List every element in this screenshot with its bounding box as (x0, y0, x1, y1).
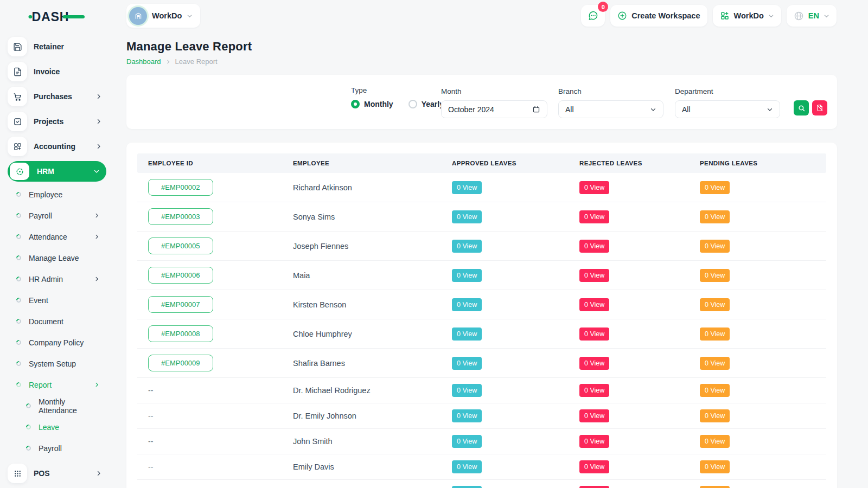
employee-id-badge[interactable]: #EMP00007 (148, 296, 213, 313)
month-input[interactable]: October 2024 (441, 100, 547, 118)
sidebar-item-projects[interactable]: Projects (0, 109, 114, 134)
pending-view-button[interactable]: 0 View (700, 409, 730, 422)
calendar-icon (532, 105, 540, 113)
pending-view-button[interactable]: 0 View (700, 435, 730, 448)
dash-logo-icon: DASH (28, 9, 86, 25)
pending-view-button[interactable]: 0 View (700, 181, 730, 194)
employee-id-badge[interactable]: #EMP00002 (148, 179, 213, 196)
rejected-view-button[interactable]: 0 View (579, 357, 609, 370)
sidebar-item-invoice[interactable]: Invoice (0, 59, 114, 84)
sidebar-item-attendance[interactable]: Attendance (0, 226, 114, 247)
sidebar-item-company-policy[interactable]: Company Policy (0, 332, 114, 353)
rejected-view-button[interactable]: 0 View (579, 409, 609, 422)
pending-view-button[interactable]: 0 View (700, 269, 730, 282)
sidebar-item-employee[interactable]: Employee (0, 184, 114, 205)
sidebar-item-label: Purchases (34, 92, 95, 101)
pending-view-button[interactable]: 0 View (700, 460, 730, 473)
sidebar-item-report[interactable]: Report (0, 374, 114, 395)
chevron-down-icon (187, 13, 193, 19)
approved-view-button[interactable]: 0 View (452, 240, 482, 253)
sidebar-item-retainer[interactable]: Retainer (0, 34, 114, 59)
employee-id-badge[interactable]: #EMP00003 (148, 208, 213, 225)
approved-view-button[interactable]: 0 View (452, 384, 482, 397)
rejected-view-button[interactable]: 0 View (579, 240, 609, 253)
chevron-down-icon (767, 106, 773, 113)
radio-yearly[interactable]: Yearly (409, 100, 444, 108)
approved-view-button[interactable]: 0 View (452, 210, 482, 223)
search-button[interactable] (794, 100, 809, 115)
pending-view-button[interactable]: 0 View (700, 384, 730, 397)
radio-icon (351, 100, 360, 108)
approved-view-button[interactable]: 0 View (452, 298, 482, 311)
sidebar-item-payroll[interactable]: Payroll (0, 205, 114, 226)
rejected-view-button[interactable]: 0 View (579, 486, 609, 488)
sidebar-item-hr-admin[interactable]: HR Admin (0, 268, 114, 290)
sidebar-item-monthly-attendance[interactable]: Monthly Attendance (0, 395, 114, 416)
rejected-view-button[interactable]: 0 View (579, 435, 609, 448)
department-select[interactable]: All (675, 100, 780, 118)
table-row: #EMP00007 Kirsten Benson 0 View 0 View 0… (137, 290, 826, 319)
bullet-icon (15, 254, 22, 261)
pending-view-button[interactable]: 0 View (700, 328, 730, 341)
rejected-view-button[interactable]: 0 View (579, 181, 609, 194)
approved-view-button[interactable]: 0 View (452, 328, 482, 341)
pending-view-button[interactable]: 0 View (700, 240, 730, 253)
approved-view-button[interactable]: 0 View (452, 269, 482, 282)
branch-select[interactable]: All (558, 100, 663, 118)
sidebar-item-manage-leave[interactable]: Manage Leave (0, 247, 114, 268)
rejected-view-button[interactable]: 0 View (579, 384, 609, 397)
messages-button[interactable]: 0 (581, 5, 605, 27)
approved-view-button[interactable]: 0 View (452, 435, 482, 448)
sidebar-item-event[interactable]: Event (0, 290, 114, 311)
sidebar-item-document[interactable]: Document (0, 311, 114, 332)
cart-icon (8, 87, 27, 106)
chevron-right-icon (95, 93, 102, 100)
approved-view-button[interactable]: 0 View (452, 181, 482, 194)
reset-filter-button[interactable] (812, 100, 827, 115)
employee-id-plain: -- (148, 463, 153, 471)
employee-name: Dr. Michael Rodriguez (282, 386, 441, 395)
approved-view-button[interactable]: 0 View (452, 409, 482, 422)
sidebar-item-system-setup[interactable]: System Setup (0, 353, 114, 374)
employee-name: John Smith (282, 437, 441, 446)
workdo-menu-button[interactable]: WorkDo (713, 5, 781, 27)
sidebar-item-leave-report[interactable]: Leave (0, 416, 114, 438)
sidebar-menu: Retainer Invoice Purchases Projects (0, 33, 114, 486)
sidebar-item-pos[interactable]: POS (0, 461, 114, 486)
approved-view-button[interactable]: 0 View (452, 486, 482, 488)
sidebar-item-payroll-report[interactable]: Payroll (0, 438, 114, 459)
employee-id-badge[interactable]: #EMP00005 (148, 237, 213, 254)
employee-name: Sonya Sims (282, 213, 441, 221)
employee-id-badge[interactable]: #EMP00009 (148, 355, 213, 371)
approved-view-button[interactable]: 0 View (452, 357, 482, 370)
create-workspace-button[interactable]: Create Workspace (610, 5, 707, 27)
app-logo[interactable]: DASH (0, 0, 114, 33)
approved-view-button[interactable]: 0 View (452, 460, 482, 473)
workspace-switcher[interactable]: WorkDo (126, 4, 200, 28)
pending-view-button[interactable]: 0 View (700, 210, 730, 223)
radio-monthly[interactable]: Monthly (351, 100, 393, 108)
sidebar-item-label: Invoice (34, 67, 102, 76)
sidebar-item-purchases[interactable]: Purchases (0, 84, 114, 109)
department-label: Department (675, 87, 780, 95)
rejected-view-button[interactable]: 0 View (579, 298, 609, 311)
employee-id-badge[interactable]: #EMP00008 (148, 325, 213, 342)
rejected-view-button[interactable]: 0 View (579, 210, 609, 223)
pending-view-button[interactable]: 0 View (700, 298, 730, 311)
breadcrumb-dashboard-link[interactable]: Dashboard (126, 57, 161, 66)
pending-view-button[interactable]: 0 View (700, 486, 730, 488)
pending-view-button[interactable]: 0 View (700, 357, 730, 370)
sidebar-item-accounting[interactable]: Accounting (0, 134, 114, 159)
chevron-right-icon (95, 470, 102, 477)
employee-name: Maia (282, 271, 441, 280)
rejected-view-button[interactable]: 0 View (579, 460, 609, 473)
language-selector[interactable]: EN (787, 5, 837, 27)
rejected-view-button[interactable]: 0 View (579, 328, 609, 341)
sidebar-item-hrm[interactable]: HRM (8, 161, 106, 182)
employee-id-badge[interactable]: #EMP00006 (148, 267, 213, 284)
table-row: -- Emily Davis 0 View 0 View 0 View (137, 454, 826, 480)
search-icon (797, 104, 806, 112)
employee-name: Dr. Emily Johnson (282, 412, 441, 420)
rejected-view-button[interactable]: 0 View (579, 269, 609, 282)
chevron-right-icon (94, 276, 100, 282)
